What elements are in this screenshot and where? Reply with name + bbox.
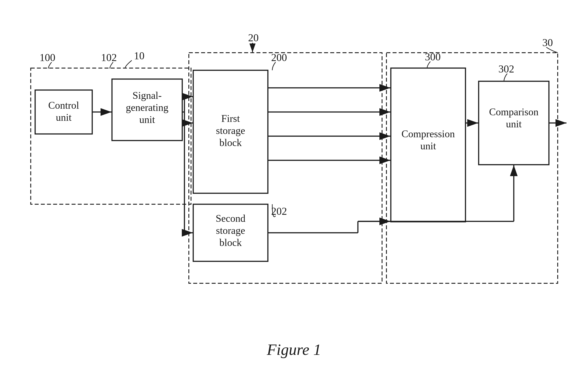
group-30-box xyxy=(387,53,558,283)
first-storage-label1: First xyxy=(221,113,240,124)
ref-10-label: 10 xyxy=(134,50,145,62)
compression-label1: Compression xyxy=(402,128,455,139)
group-10-box xyxy=(31,68,191,204)
first-storage-label2: storage xyxy=(216,125,245,136)
second-storage-label2: storage xyxy=(216,225,245,236)
figure-caption: Figure 1 xyxy=(267,340,321,359)
ref-300-label: 300 xyxy=(425,51,441,63)
ref-202-label: 202 xyxy=(271,205,287,217)
second-storage-label3: block xyxy=(219,237,242,248)
comparison-label2: unit xyxy=(506,118,522,129)
ref-102-label: 102 xyxy=(101,52,117,63)
ref-20-label: 20 xyxy=(248,32,259,43)
compression-label2: unit xyxy=(420,140,436,151)
control-unit-label: Control xyxy=(48,100,79,111)
signal-gen-label1: Signal- xyxy=(133,90,162,101)
comparison-label1: Comparison xyxy=(489,106,539,117)
signal-gen-label2: generating xyxy=(126,102,168,113)
ref-200-label: 200 xyxy=(271,52,287,63)
ref-302-label: 302 xyxy=(498,63,514,75)
ref-30-label: 30 xyxy=(542,37,553,48)
diagram: 10 100 102 Control unit Signal- generati… xyxy=(18,18,567,347)
first-storage-label3: block xyxy=(219,137,242,148)
control-unit-label2: unit xyxy=(56,112,72,123)
signal-gen-label3: unit xyxy=(139,114,155,125)
second-storage-label1: Second xyxy=(216,213,245,224)
ref-100-label: 100 xyxy=(40,52,55,63)
